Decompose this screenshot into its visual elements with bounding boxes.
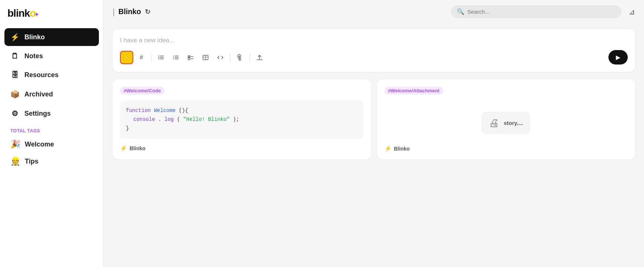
toolbar-list-button[interactable] [154, 51, 168, 64]
tag-tips-label: Tips [25, 158, 39, 165]
card-welcome-attachment: #Welcome/Attachment 🖨 story.... ⚡ Blinko [377, 79, 635, 159]
card-welcome-code: #Welcome/Code function Welcome (){ conso… [113, 79, 371, 159]
card-tag-code: #Welcome/Code [120, 87, 164, 95]
file-icon-box: 🖨 story.... [481, 112, 530, 134]
card-author-2: ⚡ Blinko [384, 145, 628, 152]
sidebar-item-resources[interactable]: 🗄 Resources [4, 66, 99, 84]
sidebar-item-notes-label: Notes [24, 52, 43, 60]
logo-blink: blink [7, 7, 30, 19]
note-placeholder: I have a new idea... [120, 37, 628, 44]
toolbar-divider-3 [250, 53, 250, 62]
svg-point-4 [159, 57, 159, 57]
filter-icon[interactable]: ⊿ [629, 7, 635, 16]
notes-icon: 🗒 [10, 52, 19, 60]
resources-icon: 🗄 [10, 71, 19, 79]
sidebar-item-resources-label: Resources [24, 71, 59, 79]
blinko-icon: ⚡ [10, 33, 19, 42]
search-input[interactable] [467, 9, 615, 15]
file-document-icon: 🖨 [489, 117, 499, 129]
toolbar-hashtag-button[interactable]: # [135, 51, 148, 64]
code-line-2: console . log ( "Hello! Blinko" ); [126, 115, 358, 124]
toolbar-blinko-button[interactable]: ⚡ [120, 51, 133, 64]
toolbar-divider-2 [230, 53, 230, 62]
sidebar-item-notes[interactable]: 🗒 Notes [4, 47, 99, 65]
card-author-name-1: Blinko [130, 145, 146, 151]
tag-welcome-label: Welcome [25, 141, 54, 148]
toolbar: ⚡ # [120, 50, 628, 65]
header-title-group: | Blinko ↻ [113, 7, 150, 17]
header-pipe: | [113, 7, 115, 17]
logo: blinko✦ [4, 6, 99, 21]
svg-rect-14 [188, 58, 190, 60]
tag-item-tips[interactable]: 👷 Tips [4, 153, 99, 170]
toolbar-divider-1 [151, 53, 151, 62]
search-icon: 🔍 [457, 8, 464, 15]
sidebar-item-settings[interactable]: ⚙ Settings [4, 105, 99, 122]
main-content: | Blinko ↻ 🔍 ⊿ I have a new idea... ⚡ # [104, 0, 644, 267]
search-bar[interactable]: 🔍 [451, 5, 621, 18]
card-author-name-2: Blinko [394, 146, 410, 152]
archived-icon: 📦 [10, 90, 19, 99]
toolbar-upload-button[interactable] [253, 51, 266, 64]
file-name: story.... [504, 120, 523, 126]
sidebar-item-archived[interactable]: 📦 Archived [4, 85, 99, 103]
svg-text:3: 3 [173, 58, 174, 60]
toolbar-code-button[interactable] [214, 51, 227, 64]
welcome-emoji: 🎉 [10, 139, 20, 149]
total-tags-label: TOTAL TAGS [4, 124, 99, 136]
settings-icon: ⚙ [10, 109, 19, 118]
header: | Blinko ↻ 🔍 ⊿ [104, 0, 644, 23]
sidebar: blinko✦ ⚡ Blinko 🗒 Notes 🗄 Resources 📦 A… [0, 0, 104, 267]
cards-grid: #Welcome/Code function Welcome (){ conso… [113, 79, 635, 159]
card-tag-attachment: #Welcome/Attachment [384, 87, 443, 95]
note-input-area: I have a new idea... ⚡ # [113, 29, 635, 72]
toolbar-checklist-button[interactable] [184, 51, 197, 64]
sidebar-item-blinko[interactable]: ⚡ Blinko [4, 28, 99, 46]
blinko-bolt-icon-2: ⚡ [384, 145, 392, 152]
toolbar-ordered-button[interactable]: 1 2 3 [169, 51, 183, 64]
send-button[interactable]: ▶ [608, 50, 628, 65]
page-title: Blinko [119, 7, 141, 16]
tag-item-welcome[interactable]: 🎉 Welcome [4, 136, 99, 153]
sidebar-item-blinko-label: Blinko [24, 33, 45, 41]
toolbar-table-button[interactable] [199, 51, 212, 64]
logo-star: ✦ [34, 11, 39, 18]
card-author-1: ⚡ Blinko [120, 145, 364, 152]
refresh-icon[interactable]: ↻ [145, 8, 150, 16]
svg-point-3 [159, 55, 159, 56]
tips-emoji: 👷 [10, 156, 20, 166]
content-area: I have a new idea... ⚡ # [104, 23, 644, 267]
sidebar-item-settings-label: Settings [24, 110, 51, 118]
blinko-bolt-icon-1: ⚡ [120, 145, 127, 152]
nav-list: ⚡ Blinko 🗒 Notes 🗄 Resources 📦 Archived … [4, 28, 99, 124]
toolbar-attach-button[interactable] [233, 51, 247, 64]
logo-text: blinko✦ [7, 7, 39, 19]
sidebar-item-archived-label: Archived [24, 90, 53, 98]
svg-point-5 [159, 58, 159, 59]
attachment-placeholder: 🖨 story.... [384, 100, 628, 145]
code-block: function Welcome (){ console . log ( "He… [120, 100, 364, 139]
code-line-3: } [126, 124, 358, 133]
code-line-1: function Welcome (){ [126, 106, 358, 115]
